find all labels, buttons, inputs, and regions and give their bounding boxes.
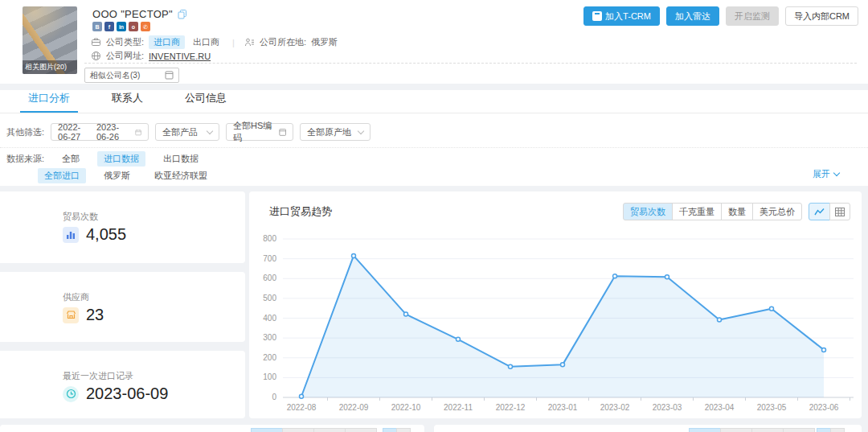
related-images-caption: 相关图片(20) — [23, 60, 77, 74]
svg-text:700: 700 — [263, 254, 276, 263]
date-range-picker[interactable]: 2022-06-27 2023-06-26 — [51, 123, 149, 141]
svg-text:2023-06: 2023-06 — [809, 403, 839, 412]
company-type-icon — [91, 37, 101, 47]
divider: | — [232, 38, 235, 47]
view-toggle-group — [809, 203, 850, 220]
trend-chart-svg: 01002003004005006007008002022-082022-092… — [249, 224, 862, 418]
header-dashed-separator — [84, 63, 857, 64]
location-label: 公司所在地: — [260, 36, 306, 48]
svg-text:2022-09: 2022-09 — [339, 403, 369, 412]
hs-code-filter[interactable]: 全部HS编码 — [226, 123, 293, 141]
stat-card-last-import: 最近一次进口记录 2023-06-09 — [0, 351, 245, 418]
stat-label: 贸易次数 — [63, 211, 98, 223]
storefront-icon — [63, 307, 79, 323]
odnoklassniki-icon[interactable]: o — [129, 22, 138, 31]
tab-contacts[interactable]: 联系人 — [104, 87, 151, 113]
data-source-label: 数据来源: — [6, 153, 44, 165]
date-end: 2023-06-26 — [96, 122, 130, 142]
company-header: 相关图片(20) OOO "PECTOP" B f in o ✆ 公司类型: 进… — [0, 0, 868, 84]
facebook-icon[interactable]: f — [104, 22, 114, 31]
metric-toggle-group-partial[interactable] — [252, 428, 377, 432]
calendar-icon — [135, 128, 141, 137]
company-type-importer-tag[interactable]: 进口商 — [149, 35, 185, 49]
header-actions: 加入T-CRM 加入雷达 开启监测 导入内部CRM — [583, 6, 858, 26]
source-import-data[interactable]: 进口数据 — [97, 151, 145, 167]
view-toggle-group-partial[interactable] — [383, 428, 411, 432]
svg-text:2023-02: 2023-02 — [600, 403, 630, 412]
similar-companies-label: 相似公司名(3) — [90, 70, 140, 81]
import-trend-card: 进口贸易趋势 贸易次数 千克重量 数量 美元总价 010020030040050… — [249, 191, 862, 418]
phone-icon[interactable]: ✆ — [141, 22, 150, 31]
source-all[interactable]: 全部 — [55, 151, 86, 167]
other-filters-label: 其他筛选: — [6, 126, 44, 138]
analysis-section: 进口分析 联系人 公司信息 其他筛选: 2022-06-27 2023-06-2… — [0, 90, 868, 186]
stat-label: 最近一次进口记录 — [63, 370, 133, 382]
stat-card-trade-count: 贸易次数 4,055 — [0, 191, 245, 263]
metric-quantity[interactable]: 数量 — [721, 203, 753, 220]
company-photo-thumbnail[interactable]: 相关图片(20) — [23, 6, 77, 74]
stat-card-suppliers: 供应商 23 — [0, 272, 245, 342]
panel-icon — [165, 71, 174, 80]
import-internal-crm-button[interactable]: 导入内部CRM — [785, 6, 858, 26]
tab-company-info[interactable]: 公司信息 — [177, 87, 235, 113]
svg-text:2023-01: 2023-01 — [548, 403, 578, 412]
source-russia[interactable]: 俄罗斯 — [97, 168, 137, 183]
stat-label: 供应商 — [63, 291, 89, 303]
source-export-data[interactable]: 出口数据 — [157, 151, 205, 167]
svg-text:800: 800 — [263, 234, 276, 243]
product-filter-value: 全部产品 — [162, 126, 198, 138]
origin-filter-value: 全部原产地 — [307, 126, 351, 138]
svg-text:0: 0 — [272, 393, 276, 401]
svg-text:2023-05: 2023-05 — [757, 403, 787, 412]
company-type-exporter[interactable]: 出口商 — [190, 35, 223, 49]
panel-icon — [279, 128, 286, 137]
add-to-tcrm-button[interactable]: 加入T-CRM — [583, 6, 660, 26]
tab-bar: 进口分析 联系人 公司信息 — [0, 90, 868, 113]
blog-icon[interactable]: B — [92, 22, 102, 31]
add-to-radar-button[interactable]: 加入雷达 — [666, 6, 719, 26]
location-icon — [244, 37, 255, 47]
source-all-import[interactable]: 全部进口 — [38, 168, 86, 183]
chevron-down-icon — [207, 127, 213, 134]
svg-text:2023-03: 2023-03 — [653, 403, 682, 412]
location-value: 俄罗斯 — [311, 36, 338, 48]
expand-toggle[interactable]: 展开 — [813, 168, 839, 180]
copy-icon[interactable] — [178, 10, 187, 19]
similar-companies-select[interactable]: 相似公司名(3) — [84, 68, 179, 83]
svg-text:400: 400 — [263, 314, 276, 323]
svg-text:2023-04: 2023-04 — [705, 403, 735, 412]
metric-trade-count[interactable]: 贸易次数 — [623, 203, 673, 220]
bottom-card-left — [0, 425, 424, 432]
enable-monitoring-button[interactable]: 开启监测 — [726, 6, 779, 26]
chevron-down-icon — [833, 170, 840, 176]
svg-text:2022-08: 2022-08 — [287, 403, 317, 412]
metric-kg-weight[interactable]: 千克重量 — [672, 203, 722, 220]
product-filter-select[interactable]: 全部产品 — [155, 123, 219, 141]
source-eaeu[interactable]: 欧亚经济联盟 — [148, 168, 214, 183]
bar-chart-icon — [63, 227, 79, 243]
tcrm-icon — [592, 11, 602, 21]
svg-text:100: 100 — [263, 372, 276, 381]
hs-code-value: 全部HS编码 — [233, 120, 274, 144]
company-type-label: 公司类型: — [106, 36, 144, 48]
date-start: 2022-06-27 — [58, 122, 92, 142]
social-links: B f in o ✆ — [92, 22, 150, 31]
view-toggle-group-partial[interactable] — [817, 428, 845, 432]
svg-text:300: 300 — [263, 333, 276, 342]
metric-usd-total[interactable]: 美元总价 — [752, 203, 802, 220]
origin-filter-select[interactable]: 全部原产地 — [300, 123, 371, 141]
metric-toggle-group-partial[interactable] — [690, 428, 815, 432]
company-name: OOO "PECTOP" — [92, 8, 173, 20]
line-chart-view-button[interactable] — [809, 203, 830, 220]
table-view-button[interactable] — [829, 203, 850, 220]
website-link[interactable]: INVENTIVE.RU — [149, 51, 211, 61]
chevron-down-icon — [358, 127, 364, 134]
svg-text:2022-12: 2022-12 — [496, 403, 526, 412]
tab-import-analysis[interactable]: 进口分析 — [20, 87, 78, 113]
clock-icon — [63, 386, 79, 402]
linkedin-icon[interactable]: in — [117, 22, 126, 31]
svg-text:2022-11: 2022-11 — [444, 403, 473, 412]
stat-value: 4,055 — [86, 225, 126, 244]
metric-toggle-group: 贸易次数 千克重量 数量 美元总价 — [623, 203, 802, 220]
filters-dotted-separator — [0, 147, 868, 148]
